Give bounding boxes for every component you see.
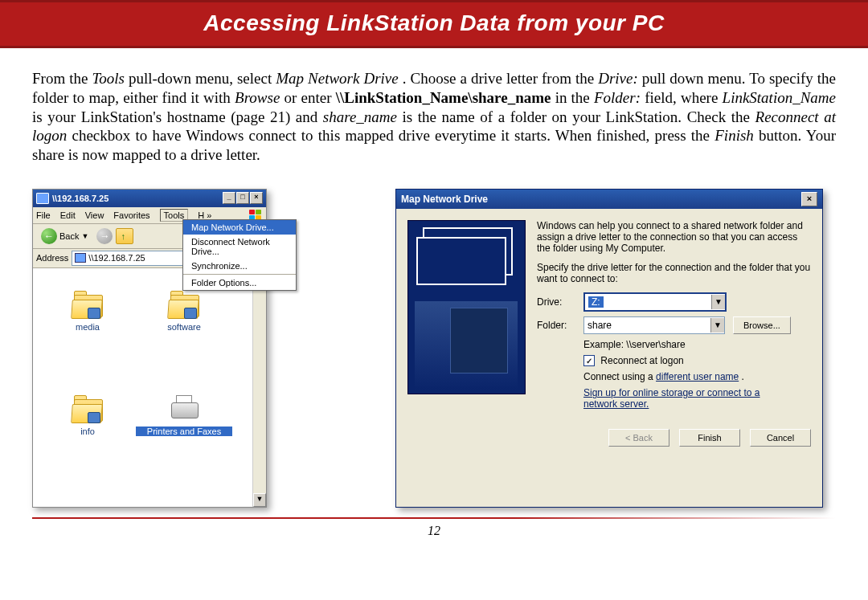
text: . (742, 371, 744, 382)
different-user-name-link[interactable]: different user name (656, 371, 739, 382)
map-network-drive-dialog: Map Network Drive × Windows can help you… (395, 189, 823, 508)
back-button: < Back (608, 429, 669, 447)
back-arrow-icon: ← (41, 228, 57, 244)
dialog-illustration (407, 220, 526, 394)
drive-label: Drive: (537, 296, 575, 308)
text: field, where (645, 89, 722, 106)
text: pull-down menu, select (129, 70, 276, 87)
text-drive: Drive: (598, 70, 638, 87)
folder-label: media (39, 322, 136, 332)
menu-item-disconnect-network-drive[interactable]: Disconnect Network Drive... (183, 235, 296, 259)
up-folder-icon[interactable]: ↑ (116, 228, 133, 244)
drive-value: Z: (588, 296, 604, 308)
dialog-title: Map Network Drive (401, 194, 488, 205)
explorer-titlebar[interactable]: \\192.168.7.25 _ □ × (33, 190, 266, 207)
text: or enter (285, 89, 336, 106)
tools-dropdown: Map Network Drive... Disconnect Network … (182, 219, 297, 291)
dialog-content: Windows can help you connect to a shared… (537, 220, 811, 415)
close-button[interactable]: × (250, 192, 263, 204)
finish-button[interactable]: Finish (679, 429, 740, 447)
intro-text-2: Specify the drive letter for the connect… (537, 262, 811, 284)
text: is your LinkStation's hostname (page 21)… (32, 108, 323, 125)
menu-item-synchronize[interactable]: Synchronize... (183, 259, 296, 273)
explorer-window: \\192.168.7.25 _ □ × File Edit View Favo… (32, 189, 267, 508)
reconnect-checkbox-row[interactable]: ✓ Reconnect at logon (583, 355, 811, 367)
explorer-content: media software info Printers and Faxes ▲… (33, 268, 266, 507)
page-title: Accessing LinkStation Data from your PC (0, 10, 868, 36)
checkbox-checked-icon[interactable]: ✓ (583, 355, 595, 366)
folder-value: share (588, 320, 612, 331)
network-icon (75, 253, 86, 263)
menu-item-map-network-drive[interactable]: Map Network Drive... (183, 220, 296, 235)
footer-rule (32, 517, 836, 519)
cancel-button[interactable]: Cancel (750, 429, 811, 447)
header-bar: Accessing LinkStation Data from your PC (0, 0, 868, 48)
network-folder-icon (72, 288, 104, 317)
explorer-title: \\192.168.7.25 (52, 194, 108, 203)
browse-button[interactable]: Browse... (733, 316, 791, 334)
text-lsname: LinkStation_Name (723, 89, 836, 106)
text-folder: Folder: (594, 89, 641, 106)
drive-icon (423, 227, 513, 276)
chevron-down-icon: ▼ (711, 295, 725, 309)
folder-label: Printers and Faxes (136, 427, 232, 436)
reconnect-label: Reconnect at logon (600, 355, 683, 366)
menu-file[interactable]: File (36, 210, 51, 220)
text: Connect using a (583, 371, 656, 382)
text: in the (555, 89, 594, 106)
text-mapnd: Map Network Drive (276, 70, 398, 87)
menu-separator (183, 274, 296, 275)
menu-item-folder-options[interactable]: Folder Options... (183, 276, 296, 290)
forward-button[interactable]: → (96, 228, 113, 244)
network-icon (36, 193, 49, 204)
maximize-button[interactable]: □ (236, 192, 249, 204)
text: is the name of a folder on your LinkStat… (403, 108, 755, 125)
text-lspath: \\LinkStation_Name\share_name (336, 89, 551, 106)
text-finish: Finish (714, 127, 754, 144)
text-sharename: share_name (323, 108, 397, 125)
dialog-titlebar[interactable]: Map Network Drive × (396, 190, 822, 209)
network-folder-icon (168, 288, 200, 317)
text: checkbox to have Windows connect to this… (72, 127, 715, 144)
text: From the (32, 70, 92, 87)
dialog-footer: < Back Finish Cancel (396, 421, 822, 458)
folder-software[interactable]: software (136, 288, 232, 369)
instruction-paragraph: From the Tools pull-down menu, select Ma… (0, 48, 868, 173)
text: . Choose a drive letter from the (403, 70, 598, 87)
vertical-scrollbar[interactable]: ▲ ▼ (252, 268, 266, 507)
folder-info[interactable]: info (39, 393, 136, 473)
drive-select[interactable]: Z: ▼ (583, 292, 727, 312)
minimize-button[interactable]: _ (223, 192, 235, 204)
folder-input[interactable]: share ▼ (583, 316, 725, 334)
intro-text-1: Windows can help you connect to a shared… (537, 220, 811, 254)
chevron-down-icon: ▼ (710, 318, 724, 333)
menu-view[interactable]: View (85, 210, 104, 220)
text-tools: Tools (92, 70, 125, 87)
folder-printers-faxes[interactable]: Printers and Faxes (136, 393, 232, 473)
example-text: Example: \\server\share (583, 339, 811, 350)
close-button[interactable]: × (801, 192, 817, 206)
network-folder-icon (72, 393, 104, 422)
folder-media[interactable]: media (39, 288, 136, 369)
address-label: Address (36, 253, 68, 263)
folder-label: software (136, 322, 232, 332)
signup-link[interactable]: Sign up for online storage or connect to… (583, 387, 792, 410)
connect-using-row: Connect using a different user name . (583, 371, 811, 382)
text-browse: Browse (235, 89, 280, 106)
printer-icon (168, 393, 200, 422)
back-button[interactable]: ← Back ▼ (36, 227, 93, 246)
address-value: \\192.168.7.25 (88, 253, 145, 263)
menu-favorites[interactable]: Favorites (113, 210, 149, 220)
menu-edit[interactable]: Edit (60, 210, 76, 220)
page-number: 12 (0, 524, 868, 538)
folder-label: Folder: (537, 320, 575, 331)
back-label: Back (59, 231, 79, 241)
scroll-down-icon[interactable]: ▼ (253, 493, 266, 507)
folder-label: info (39, 427, 136, 436)
